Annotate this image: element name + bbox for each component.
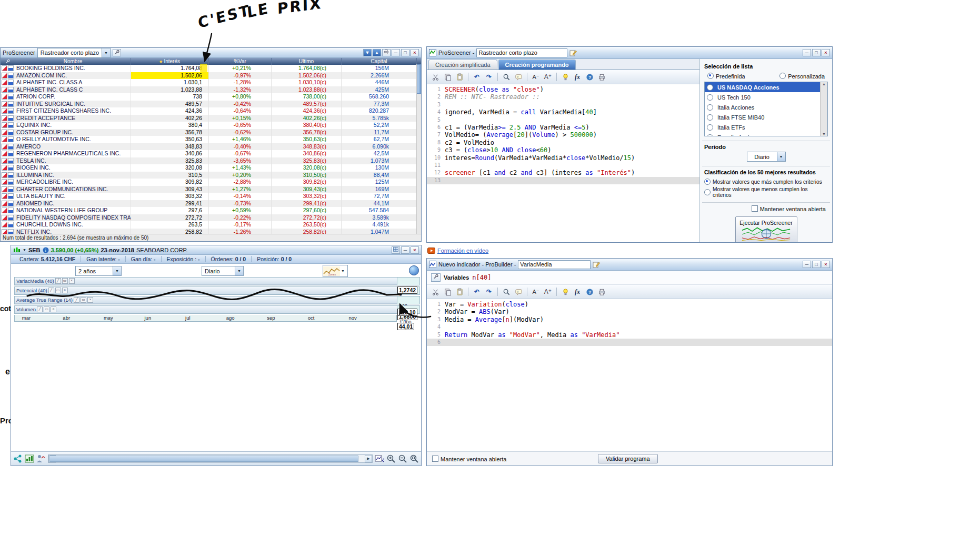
alert-icon[interactable] bbox=[2, 179, 7, 185]
period-select[interactable]: Diario ▼ bbox=[202, 266, 244, 276]
chart-icon[interactable] bbox=[8, 186, 14, 192]
wrench-icon[interactable]: ╱ bbox=[74, 297, 79, 303]
zoom-out-icon[interactable] bbox=[398, 454, 407, 463]
window-icon[interactable]: ▭ bbox=[44, 306, 49, 312]
alert-icon[interactable] bbox=[2, 115, 7, 121]
paste-icon[interactable] bbox=[454, 286, 465, 297]
table-row[interactable]: BOOKING HOLDINGS INC.1.764,08+0,21%1.764… bbox=[1, 65, 421, 72]
minimize-button[interactable]: ─ bbox=[803, 49, 811, 56]
table-row[interactable]: ALPHABET INC. CLASS C1.023,88-1,32%1.023… bbox=[1, 86, 421, 94]
help-icon[interactable]: ? bbox=[584, 286, 595, 297]
chart-icon[interactable] bbox=[8, 151, 14, 156]
alert-icon[interactable] bbox=[2, 73, 7, 78]
list-item[interactable]: Italia Acciones bbox=[705, 102, 827, 112]
chart-icon[interactable] bbox=[8, 130, 14, 135]
chevron-down-icon[interactable]: ▼ bbox=[235, 266, 243, 275]
validate-program-button[interactable]: Validar programa bbox=[598, 454, 658, 463]
radio-icon[interactable] bbox=[707, 73, 714, 79]
row-icons[interactable] bbox=[1, 65, 15, 72]
close-button[interactable]: × bbox=[411, 246, 419, 254]
copy-icon[interactable] bbox=[442, 286, 453, 297]
chart-icon[interactable] bbox=[8, 172, 14, 178]
font-increase-icon[interactable]: A⁺ bbox=[543, 72, 553, 82]
tab-creacion-programando[interactable]: Creación programando bbox=[498, 60, 576, 70]
scrollbar-thumb[interactable] bbox=[49, 456, 358, 462]
minimize-button[interactable]: ─ bbox=[392, 49, 400, 56]
chevron-down-icon[interactable]: ▼ bbox=[23, 248, 26, 252]
move-up-button[interactable]: ▲ bbox=[373, 49, 381, 56]
code-line[interactable]: 4ignored, VarMedia = call VariacMedia[40… bbox=[427, 108, 699, 116]
table-row[interactable]: CHARTER COMMUNICATIONS INC.309,43+1,27%3… bbox=[1, 186, 421, 193]
price-axis[interactable]: 120100110,10 bbox=[397, 296, 420, 304]
chevron-down-icon[interactable]: ▼ bbox=[341, 269, 345, 273]
periodo-select[interactable]: Diario ▼ bbox=[747, 152, 786, 162]
code-line[interactable]: 6c1 = (VarMedia>= 2.5 AND VarMedia <=5) bbox=[427, 124, 699, 131]
table-row[interactable]: ULTA BEAUTY INC.303,32-0,14%303,32(c)72,… bbox=[1, 193, 421, 200]
price-axis[interactable]: 61,2742 bbox=[397, 277, 420, 285]
alert-icon[interactable] bbox=[2, 158, 7, 164]
screener-select[interactable]: Rastreador corto plazo ▼ bbox=[37, 48, 111, 58]
chart-icon[interactable] bbox=[8, 222, 14, 227]
radio-mostrar-mas[interactable]: Mostrar valores que más cumplen los crit… bbox=[704, 179, 828, 185]
chart-panel-header[interactable]: Average True Range (14)╱▭× bbox=[15, 296, 397, 304]
formacion-link[interactable]: Formación en vídeo bbox=[437, 248, 488, 254]
row-icons[interactable] bbox=[1, 150, 15, 157]
header-tools-cell[interactable] bbox=[1, 58, 15, 65]
results-titlebar[interactable]: ProScreener Rastreador corto plazo ▼ ▼ ▲… bbox=[1, 48, 421, 58]
paste-icon[interactable] bbox=[454, 72, 465, 82]
table-row[interactable]: O REILLY AUTOMOTIVE INC.350,63+1,46%350,… bbox=[1, 136, 421, 143]
video-icon[interactable] bbox=[427, 248, 435, 254]
table-row[interactable]: ILLUMINA INC.310,5+0,20%310,50(c)88,4M bbox=[1, 172, 421, 179]
list-item[interactable]: Italia FTSE MIB40 bbox=[705, 112, 827, 122]
info-icon[interactable]: i bbox=[43, 247, 49, 253]
table-row[interactable]: MERCADOLIBRE INC.309,82-2,88%309,82(c)12… bbox=[1, 179, 421, 186]
chart-panel-header[interactable]: VariacMedia (40)╱▭× bbox=[15, 278, 397, 285]
comment-icon[interactable]: // bbox=[513, 286, 524, 297]
move-down-button[interactable]: ▼ bbox=[363, 49, 372, 56]
radio-icon[interactable] bbox=[707, 84, 713, 91]
alert-icon[interactable] bbox=[2, 215, 7, 221]
row-icons[interactable] bbox=[1, 207, 15, 214]
table-row[interactable]: CREDIT ACCEPTANCE402,26+0,15%402,26(c)5.… bbox=[1, 115, 421, 122]
list-item[interactable]: US Tech 150 bbox=[705, 92, 827, 102]
radio-icon[interactable] bbox=[707, 124, 713, 131]
code-line[interactable]: 1SCREENER(close as "close") bbox=[427, 86, 699, 93]
wrench-icon[interactable]: ╱ bbox=[55, 278, 61, 284]
floating-toolbar-button[interactable] bbox=[409, 265, 419, 275]
list-item[interactable]: España Acciones bbox=[705, 132, 827, 136]
redo-icon[interactable]: ↷ bbox=[484, 72, 494, 82]
print-icon[interactable] bbox=[596, 72, 607, 82]
code-line[interactable]: 10interes=Round(VarMedia*VarMedia*close*… bbox=[427, 154, 699, 162]
column-header-interes[interactable]: ◆Interés bbox=[131, 58, 209, 65]
chart-style-button[interactable]: Zonas ▼ bbox=[323, 265, 348, 277]
chart-icon[interactable] bbox=[8, 80, 14, 85]
alert-icon[interactable] bbox=[2, 101, 7, 107]
cut-icon[interactable] bbox=[430, 286, 441, 297]
undo-icon[interactable]: ↶ bbox=[472, 72, 482, 82]
chart-icon[interactable] bbox=[8, 136, 14, 142]
print-button[interactable] bbox=[382, 49, 391, 56]
row-icons[interactable] bbox=[1, 143, 15, 151]
probuilder-code-editor[interactable]: 1Var = Variation(close)2ModVar = ABS(Var… bbox=[427, 299, 832, 455]
table-row[interactable]: ABIOMED INC.299,41-0,73%299,41(c)44,1M bbox=[1, 200, 421, 207]
alert-icon[interactable] bbox=[2, 172, 7, 178]
keep-open-option[interactable]: Mantener ventana abierta bbox=[432, 456, 506, 462]
close-button[interactable]: × bbox=[822, 49, 830, 56]
chart-icon[interactable] bbox=[8, 201, 14, 206]
alert-icon[interactable] bbox=[2, 130, 7, 135]
radio-icon[interactable] bbox=[704, 189, 711, 195]
table-row[interactable]: FIDELITY NASDAQ COMPOSITE INDEX TRACKIN2… bbox=[1, 214, 421, 222]
code-line[interactable]: 8c2 = VolMedio bbox=[427, 139, 699, 146]
results-table-header[interactable]: Nombre ◆Interés %Var Ultimo Capital bbox=[1, 58, 421, 65]
row-icons[interactable] bbox=[1, 200, 15, 207]
row-icons[interactable] bbox=[1, 101, 15, 108]
column-header-nombre[interactable]: Nombre bbox=[15, 58, 131, 65]
chart-icon[interactable] bbox=[8, 215, 14, 221]
list-item[interactable]: Italia ETFs bbox=[705, 122, 827, 132]
chart-icon[interactable] bbox=[8, 108, 14, 114]
screener-name-field[interactable] bbox=[476, 48, 567, 57]
code-line[interactable]: 3Media = Average[n](ModVar) bbox=[427, 316, 832, 323]
share-icon[interactable] bbox=[13, 454, 23, 463]
chart-panel-header[interactable]: Volumen╱▭× bbox=[15, 306, 397, 313]
alert-icon[interactable] bbox=[2, 94, 7, 100]
